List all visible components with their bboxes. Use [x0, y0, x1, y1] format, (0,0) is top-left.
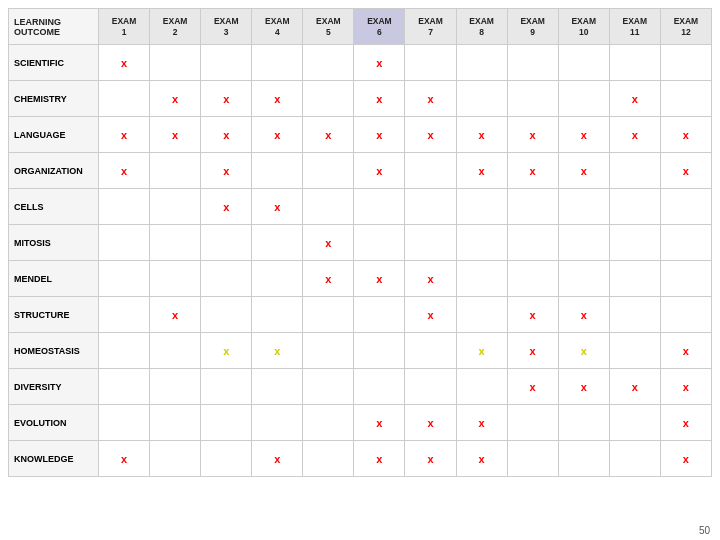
- exam-header-3: EXAM3: [201, 9, 252, 45]
- x-mark-11-0: x: [121, 453, 127, 465]
- cell-4-6: [405, 189, 456, 225]
- cell-9-10: x: [609, 369, 660, 405]
- cell-3-8: x: [507, 153, 558, 189]
- cell-9-11: x: [660, 369, 711, 405]
- x-mark-9-9: x: [581, 381, 587, 393]
- cell-2-1: x: [150, 117, 201, 153]
- exam-header-7: EXAM7: [405, 9, 456, 45]
- x-mark-2-3: x: [274, 129, 280, 141]
- cell-0-7: [456, 45, 507, 81]
- outcome-label-5: MITOSIS: [9, 225, 99, 261]
- cell-0-4: [303, 45, 354, 81]
- x-mark-6-5: x: [376, 273, 382, 285]
- cell-5-6: [405, 225, 456, 261]
- cell-7-1: x: [150, 297, 201, 333]
- cell-0-9: [558, 45, 609, 81]
- x-mark-9-8: x: [530, 381, 536, 393]
- x-mark-2-10: x: [632, 129, 638, 141]
- cell-11-10: [609, 441, 660, 477]
- cell-6-2: [201, 261, 252, 297]
- cell-10-10: [609, 405, 660, 441]
- cell-7-0: [99, 297, 150, 333]
- cell-10-9: [558, 405, 609, 441]
- cell-11-4: [303, 441, 354, 477]
- cell-2-8: x: [507, 117, 558, 153]
- x-mark-6-4: x: [325, 273, 331, 285]
- cell-0-5: x: [354, 45, 405, 81]
- x-mark-3-8: x: [530, 165, 536, 177]
- x-mark-0-5: x: [376, 57, 382, 69]
- exam-header-8: EXAM8: [456, 9, 507, 45]
- x-mark-7-9: x: [581, 309, 587, 321]
- cell-8-2: x: [201, 333, 252, 369]
- page: LEARNINGOUTCOME EXAM1EXAM2EXAM3EXAM4EXAM…: [0, 0, 720, 540]
- table-row: EVOLUTIONxxxx: [9, 405, 712, 441]
- x-mark-2-7: x: [479, 129, 485, 141]
- cell-6-10: [609, 261, 660, 297]
- cell-6-7: [456, 261, 507, 297]
- exam-header-5: EXAM5: [303, 9, 354, 45]
- cell-4-11: [660, 189, 711, 225]
- cell-11-8: [507, 441, 558, 477]
- cell-3-1: [150, 153, 201, 189]
- x-mark-3-9: x: [581, 165, 587, 177]
- cell-1-8: [507, 81, 558, 117]
- cell-6-9: [558, 261, 609, 297]
- table-row: CHEMISTRYxxxxxx: [9, 81, 712, 117]
- outcome-label-4: CELLS: [9, 189, 99, 225]
- x-mark-6-6: x: [427, 273, 433, 285]
- cell-3-5: x: [354, 153, 405, 189]
- cell-0-11: [660, 45, 711, 81]
- cell-4-10: [609, 189, 660, 225]
- cell-10-0: [99, 405, 150, 441]
- x-mark-3-11: x: [683, 165, 689, 177]
- x-mark-2-0: x: [121, 129, 127, 141]
- cell-2-5: x: [354, 117, 405, 153]
- cell-11-9: [558, 441, 609, 477]
- cell-8-5: [354, 333, 405, 369]
- x-mark-2-8: x: [530, 129, 536, 141]
- x-mark-3-7: x: [479, 165, 485, 177]
- exam-header-6: EXAM6: [354, 9, 405, 45]
- cell-10-7: x: [456, 405, 507, 441]
- cell-7-8: x: [507, 297, 558, 333]
- cell-6-3: [252, 261, 303, 297]
- cell-2-7: x: [456, 117, 507, 153]
- x-mark-10-7: x: [479, 417, 485, 429]
- x-mark-8-7: x: [479, 345, 485, 357]
- outcome-label-7: STRUCTURE: [9, 297, 99, 333]
- cell-10-11: x: [660, 405, 711, 441]
- cell-5-8: [507, 225, 558, 261]
- cell-1-1: x: [150, 81, 201, 117]
- header-row: LEARNINGOUTCOME EXAM1EXAM2EXAM3EXAM4EXAM…: [9, 9, 712, 45]
- cell-3-9: x: [558, 153, 609, 189]
- x-mark-1-5: x: [376, 93, 382, 105]
- cell-4-8: [507, 189, 558, 225]
- cell-6-8: [507, 261, 558, 297]
- x-mark-3-2: x: [223, 165, 229, 177]
- x-mark-8-2: x: [223, 345, 229, 357]
- cell-8-7: x: [456, 333, 507, 369]
- cell-1-0: [99, 81, 150, 117]
- exam-header-2: EXAM2: [150, 9, 201, 45]
- cell-0-6: [405, 45, 456, 81]
- cell-11-1: [150, 441, 201, 477]
- table-row: LANGUAGExxxxxxxxxxxx: [9, 117, 712, 153]
- cell-5-4: x: [303, 225, 354, 261]
- cell-11-7: x: [456, 441, 507, 477]
- table-row: DIVERSITYxxxx: [9, 369, 712, 405]
- cell-0-1: [150, 45, 201, 81]
- cell-5-2: [201, 225, 252, 261]
- exam-header-9: EXAM9: [507, 9, 558, 45]
- table-row: CELLSxx: [9, 189, 712, 225]
- cell-5-9: [558, 225, 609, 261]
- cell-2-6: x: [405, 117, 456, 153]
- cell-11-11: x: [660, 441, 711, 477]
- cell-6-11: [660, 261, 711, 297]
- exam-header-11: EXAM11: [609, 9, 660, 45]
- table-row: KNOWLEDGExxxxxx: [9, 441, 712, 477]
- x-mark-5-4: x: [325, 237, 331, 249]
- cell-4-9: [558, 189, 609, 225]
- x-mark-10-11: x: [683, 417, 689, 429]
- cell-10-1: [150, 405, 201, 441]
